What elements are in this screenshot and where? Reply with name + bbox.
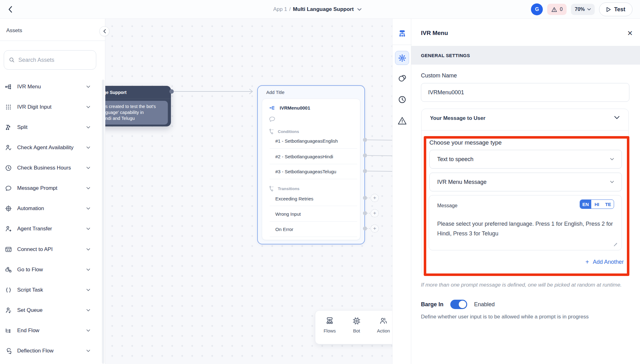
sidebar-item-connect-to-api[interactable]: Connect to API — [0, 242, 105, 257]
sidebar-item-label: End Flow — [17, 327, 39, 334]
sidebar-item-deflection-flow[interactable]: Deflection Flow — [0, 343, 105, 358]
loop-icon[interactable] — [392, 74, 412, 83]
ivr-menu-node[interactable]: Add Title IVRMenu0001 Conditions #1 - Se… — [257, 85, 365, 244]
sidebar-item-set-queue[interactable]: Set Queue — [0, 303, 105, 318]
breadcrumb-app: App 1 — [273, 6, 287, 12]
sidebar-item-label: Script Task — [17, 287, 43, 293]
sidebar-scrollbar[interactable] — [102, 80, 104, 364]
sidebar-item-label: Check Business Hours — [17, 165, 71, 171]
tools-rail — [392, 19, 411, 364]
flow-canvas[interactable]: ge Support s created to test the bot's g… — [105, 19, 392, 364]
toolbar-bot[interactable]: Bot — [347, 316, 367, 344]
branch-icon — [269, 186, 274, 191]
chevron-down-icon — [610, 158, 614, 160]
end-flow-icon — [4, 327, 12, 335]
sidebar-item-ivr-menu[interactable]: IVR Menu — [0, 79, 105, 94]
sidebar-item-split[interactable]: Split — [0, 120, 105, 135]
condition-row[interactable]: #2 - SetbotlanguageasHindi — [275, 154, 333, 159]
note-node[interactable]: ge Support s created to test the bot's g… — [105, 86, 171, 126]
warning-triangle-icon — [551, 7, 557, 12]
search-icon — [9, 57, 15, 63]
zoom-level-dropdown[interactable]: 70% — [571, 4, 595, 15]
topbar: App 1 / Multi Language Support G 0 70% T… — [0, 0, 640, 19]
transition-row[interactable]: Wrong Input — [275, 211, 301, 217]
comment-bubble-icon[interactable] — [269, 116, 275, 122]
chevron-down-icon — [587, 8, 591, 11]
close-icon[interactable]: ✕ — [626, 29, 634, 38]
sidebar-item-ivr-digit-input[interactable]: IVR Digit Input — [0, 100, 105, 115]
message-textarea[interactable]: Please select your preferred language. P… — [437, 219, 614, 245]
divider — [270, 164, 357, 164]
language-tab-en[interactable]: EN — [580, 200, 591, 209]
add-transition-target-button[interactable]: + — [371, 194, 379, 202]
test-button-label: Test — [614, 6, 625, 13]
chevron-down-icon — [610, 181, 614, 183]
warnings-badge[interactable]: 0 — [547, 4, 567, 15]
barge-in-toggle[interactable] — [450, 300, 467, 309]
topbar-actions: G 0 70% Test — [531, 0, 632, 19]
chevron-down-icon — [86, 207, 90, 210]
play-icon — [606, 7, 611, 12]
node-title[interactable]: Add Title — [266, 90, 284, 95]
note-node-body: s created to test the bot's guage' capab… — [105, 101, 168, 125]
breadcrumb[interactable]: App 1 / Multi Language Support — [273, 0, 362, 19]
message-type-label: Choose your message type — [429, 139, 502, 146]
add-another-label: Add Another — [593, 259, 624, 265]
sidebar-item-go-to-flow[interactable]: Go to Flow — [0, 262, 105, 277]
sidebar-collapse-button[interactable] — [99, 26, 109, 36]
sidebar-item-message-prompt[interactable]: Message Prompt — [0, 181, 105, 196]
sidebar-item-check-agent-availability[interactable]: Check Agent Availability — [0, 140, 105, 155]
divider — [0, 41, 105, 41]
divider — [270, 148, 357, 149]
flows-icon — [325, 316, 334, 326]
avatar[interactable]: G — [531, 3, 543, 15]
automation-icon — [4, 204, 12, 213]
language-tab-te[interactable]: TE — [602, 200, 614, 209]
chevron-left-icon — [103, 29, 106, 33]
chevron-down-icon[interactable] — [614, 116, 620, 119]
back-button[interactable] — [5, 4, 15, 14]
warning-triangle-icon[interactable] — [392, 116, 412, 125]
add-transition-target-button[interactable]: + — [371, 224, 379, 233]
divider — [422, 130, 628, 130]
message-subtype-select[interactable]: IVR Menu Message — [429, 173, 622, 191]
chevron-down-icon — [86, 329, 90, 332]
condition-row[interactable]: #3 - SetbotlanguageasTelugu — [275, 169, 336, 174]
message-editor: Message EN HI TE Please select your pref… — [429, 195, 622, 250]
message-type-value: Text to speech — [437, 156, 473, 163]
deflection-flow-icon — [4, 347, 12, 355]
condition-row[interactable]: #1 - SetbotlanguageasEnglish — [275, 138, 338, 144]
toolbar-flows[interactable]: Flows — [320, 316, 340, 344]
toolbar-action[interactable]: Action — [373, 316, 392, 344]
warning-count: 0 — [560, 7, 562, 12]
transitions-section-header: Transitions — [269, 186, 299, 191]
language-tab-hi[interactable]: HI — [591, 200, 602, 209]
toolbar-label: Bot — [353, 328, 360, 333]
search-input[interactable] — [18, 57, 91, 63]
custom-name-input[interactable] — [421, 83, 629, 102]
divider — [270, 179, 357, 179]
set-queue-icon — [4, 306, 12, 314]
sidebar-item-end-flow[interactable]: End Flow — [0, 323, 105, 338]
toolbar-label: Flows — [323, 328, 336, 333]
connect-api-icon — [4, 245, 12, 253]
history-clock-icon[interactable] — [392, 95, 412, 104]
resize-handle-icon[interactable] — [613, 242, 617, 246]
sidebar-item-script-task[interactable]: Script Task — [0, 283, 105, 298]
settings-gear-icon[interactable] — [395, 51, 409, 65]
transition-row[interactable]: Exceeding Retries — [275, 196, 313, 201]
chevron-down-icon — [86, 187, 90, 189]
sidebar-title: Assets — [6, 27, 22, 34]
sidebar-item-check-business-hours[interactable]: Check Business Hours — [0, 160, 105, 175]
add-another-button[interactable]: + Add Another — [585, 258, 624, 266]
flow-map-icon[interactable] — [392, 29, 412, 38]
sidebar-item-agent-transfer[interactable]: Agent Transfer — [0, 221, 105, 236]
add-transition-target-button[interactable]: + — [371, 209, 379, 217]
chevron-down-icon — [86, 167, 90, 169]
sidebar-item-label: Check Agent Availability — [17, 145, 73, 151]
message-type-select[interactable]: Text to speech — [429, 150, 622, 169]
sidebar-item-automation[interactable]: Automation — [0, 201, 105, 216]
transition-row[interactable]: On Error — [275, 227, 293, 232]
sidebar-item-label: Split — [17, 124, 28, 130]
test-button[interactable]: Test — [599, 2, 632, 16]
